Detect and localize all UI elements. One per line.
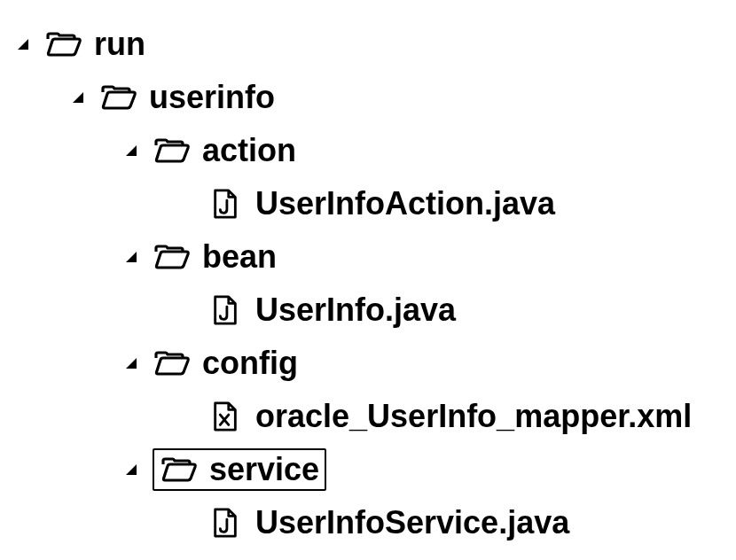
tree-item-bean[interactable]: bean (9, 230, 727, 284)
tree-item-label: UserInfoService.java (255, 496, 569, 549)
tree-item-run[interactable]: run (9, 18, 727, 71)
expand-toggle-icon[interactable] (124, 356, 145, 370)
tree-item-label: oracle_UserInfo_mapper.xml (255, 390, 692, 443)
tree-item-file[interactable]: UserInfoAction.java (9, 177, 727, 230)
expand-toggle-icon[interactable] (124, 463, 145, 477)
tree-item-label: bean (202, 230, 277, 284)
expand-toggle-icon[interactable] (124, 250, 145, 264)
tree-item-label: run (94, 18, 145, 71)
folder-open-icon (44, 25, 83, 64)
tree-item-config[interactable]: config (9, 337, 727, 390)
java-file-icon (206, 184, 245, 223)
expand-toggle-icon[interactable] (124, 144, 145, 158)
folder-open-icon (153, 344, 192, 383)
tree-item-file[interactable]: UserInfoService.java (9, 496, 727, 549)
xml-file-icon (206, 397, 245, 436)
expand-toggle-icon[interactable] (16, 37, 37, 51)
tree-item-userinfo[interactable]: userinfo (9, 71, 727, 124)
tree-item-label: userinfo (149, 71, 275, 124)
folder-open-icon (160, 450, 199, 489)
folder-open-icon (99, 78, 138, 117)
expand-toggle-icon[interactable] (71, 90, 92, 105)
folder-open-icon (153, 131, 192, 170)
tree-item-file[interactable]: oracle_UserInfo_mapper.xml (9, 390, 727, 443)
tree-item-label: config (202, 337, 298, 390)
tree-item-label: service (209, 443, 319, 496)
tree-item-label: UserInfo.java (255, 284, 456, 337)
selected-item: service (153, 448, 326, 491)
folder-open-icon (153, 237, 192, 276)
java-file-icon (206, 503, 245, 542)
tree-item-service[interactable]: service (9, 443, 727, 496)
java-file-icon (206, 291, 245, 330)
tree-item-label: action (202, 124, 296, 177)
file-tree: run userinfo action UserInfoAction.java (9, 18, 727, 549)
tree-item-action[interactable]: action (9, 124, 727, 177)
tree-item-file[interactable]: UserInfo.java (9, 284, 727, 337)
tree-item-label: UserInfoAction.java (255, 177, 555, 230)
